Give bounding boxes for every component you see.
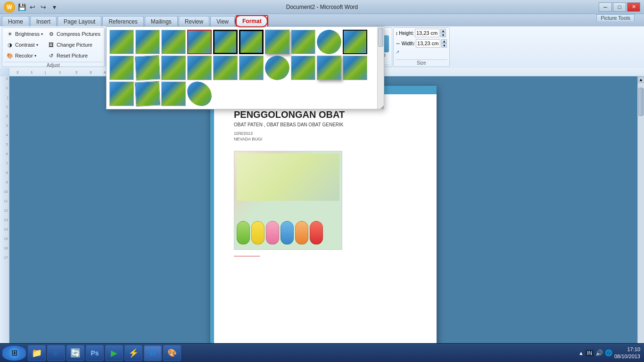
vr-tick5: 5 — [0, 142, 9, 152]
style-thumb-14[interactable] — [187, 56, 212, 80]
scroll-track[interactable] — [638, 83, 644, 362]
style-thumb-6[interactable] — [239, 30, 264, 54]
tab-page-layout[interactable]: Page Layout — [58, 16, 101, 26]
taskbar-btn-explorer[interactable]: 📁 — [28, 345, 46, 361]
redo-btn[interactable]: ↪ — [39, 3, 48, 11]
ruler-corner — [0, 68, 9, 76]
taskbar-btn-ie[interactable]: e — [47, 345, 65, 361]
style-thumb-8[interactable] — [291, 30, 315, 54]
brightness-arrow: ▾ — [41, 32, 43, 36]
style-thumb-24[interactable] — [187, 82, 212, 106]
vr-tick-2: 2 — [0, 76, 9, 86]
style-thumb-13[interactable] — [161, 56, 186, 80]
popup-scrollbar[interactable] — [377, 27, 384, 109]
recolor-btn[interactable]: 🎨 Recolor ▾ — [4, 50, 45, 61]
height-input[interactable] — [415, 29, 439, 37]
contrast-icon: ◑ — [6, 41, 14, 49]
scroll-thumb[interactable] — [638, 88, 644, 116]
style-thumb-19[interactable] — [317, 56, 341, 80]
tab-mailings[interactable]: Mailings — [145, 16, 178, 26]
style-thumb-21[interactable] — [109, 82, 134, 106]
width-input[interactable] — [416, 39, 440, 48]
undo-btn[interactable]: ↩ — [28, 3, 37, 11]
scroll-up-arrow[interactable]: ▲ — [638, 76, 644, 83]
dropdown-btn[interactable]: ▾ — [50, 3, 59, 11]
ps-icon: Ps — [91, 349, 99, 357]
popup-scrollbar-thumb[interactable] — [378, 28, 383, 47]
popup-resize-handle[interactable] — [379, 104, 384, 109]
taskbar-btn-app5[interactable]: ⚡ — [124, 345, 142, 361]
tab-home[interactable]: Home — [2, 16, 29, 26]
pill-6 — [310, 221, 323, 245]
contrast-arrow: ▾ — [36, 43, 38, 47]
title-bar-left: W 💾 ↩ ↪ ▾ — [4, 1, 59, 13]
format-tab-wrapper: Format — [236, 15, 269, 26]
doc-date: 10/6/2013 — [234, 131, 413, 136]
style-thumb-3[interactable] — [161, 30, 186, 54]
style-thumb-7[interactable] — [265, 30, 289, 54]
taskbar-btn-app7[interactable]: 🎨 — [163, 345, 181, 361]
maximize-btn[interactable]: □ — [613, 2, 626, 12]
style-thumb-1[interactable] — [109, 30, 134, 54]
taskbar-btn-photoshop[interactable]: Ps — [86, 345, 104, 361]
doc-link: ___________ — [234, 252, 413, 256]
reset-picture-btn[interactable]: ↺ Reset Picture — [46, 50, 102, 61]
app7-icon: 🎨 — [167, 348, 177, 357]
tab-references[interactable]: References — [102, 16, 143, 26]
style-thumb-17[interactable] — [265, 56, 289, 80]
recolor-icon: 🎨 — [6, 52, 14, 59]
media-icon: ▶ — [111, 348, 117, 358]
tray-arrow[interactable]: ▲ — [578, 350, 584, 356]
width-spin-down[interactable]: ▼ — [441, 43, 447, 48]
compress-btn[interactable]: ⚙ Compress Pictures — [46, 29, 102, 39]
style-thumb-11[interactable] — [109, 56, 134, 80]
height-label: Height: — [399, 31, 414, 36]
save-btn[interactable]: 💾 — [17, 3, 26, 11]
taskbar: ⊞ 📁 e 🔄 Ps ▶ ⚡ W 🎨 ▲ IN 🔊 🌐 17:10 08/10/… — [0, 343, 644, 362]
size-launcher[interactable]: ↗ — [396, 49, 399, 55]
minimize-btn[interactable]: ─ — [599, 2, 612, 12]
height-spin-up[interactable]: ▲ — [440, 29, 446, 33]
brightness-btn[interactable]: ☀ Brightness ▾ — [4, 29, 45, 39]
width-icon: ↔ — [396, 41, 401, 46]
height-spin-down[interactable]: ▼ — [440, 33, 446, 37]
taskbar-btn-word[interactable]: W — [144, 345, 162, 361]
change-picture-icon: 🖼 — [48, 41, 55, 49]
quick-access-toolbar: 💾 ↩ ↪ ▾ — [17, 3, 59, 11]
style-thumb-20[interactable] — [343, 56, 367, 80]
style-thumb-12[interactable] — [135, 55, 161, 81]
style-thumb-23[interactable] — [161, 82, 186, 106]
style-thumb-5[interactable] — [213, 30, 238, 54]
taskbar-btn-app3[interactable]: 🔄 — [66, 345, 84, 361]
title-bar: W 💾 ↩ ↪ ▾ Document2 - Microsoft Word ─ □… — [0, 0, 644, 14]
adjust-group: ☀ Brightness ▾ ◑ Contrast ▾ 🎨 Recolor ▾ — [2, 27, 105, 67]
style-thumb-15[interactable] — [213, 56, 238, 80]
style-thumb-10[interactable] — [343, 30, 367, 54]
tab-format[interactable]: Format — [236, 15, 268, 26]
vr-tick16: 16 — [0, 246, 9, 255]
start-button[interactable]: ⊞ — [2, 345, 26, 361]
style-thumb-22[interactable] — [135, 81, 161, 107]
contrast-btn[interactable]: ◑ Contrast ▾ — [4, 40, 45, 50]
tray-network[interactable]: 🌐 — [605, 349, 612, 356]
vr-tick10: 10 — [0, 189, 9, 199]
change-picture-btn[interactable]: 🖼 Change Picture — [46, 40, 102, 50]
time-display: 17:10 — [627, 346, 640, 353]
style-thumb-9[interactable] — [317, 30, 341, 54]
picture-styles-popup — [106, 26, 384, 109]
app3-icon: 🔄 — [70, 348, 81, 358]
tab-insert[interactable]: Insert — [30, 16, 57, 26]
tray-speaker[interactable]: 🔊 — [595, 349, 603, 356]
tab-view[interactable]: View — [210, 16, 235, 26]
vr-tick14: 14 — [0, 227, 9, 237]
doc-subtitle: OBAT PATEN , OBAT BEBAS DAN OBAT GENERIK — [234, 122, 413, 127]
width-spin-up[interactable]: ▲ — [441, 39, 447, 43]
close-btn[interactable]: ✕ — [627, 2, 640, 12]
style-thumb-2[interactable] — [135, 30, 160, 54]
style-thumb-4[interactable] — [187, 30, 212, 54]
style-thumb-18[interactable] — [291, 56, 315, 80]
tab-review[interactable]: Review — [179, 16, 209, 26]
style-thumb-16[interactable] — [239, 56, 264, 80]
app5-icon: ⚡ — [128, 348, 139, 358]
taskbar-btn-media[interactable]: ▶ — [105, 345, 123, 361]
